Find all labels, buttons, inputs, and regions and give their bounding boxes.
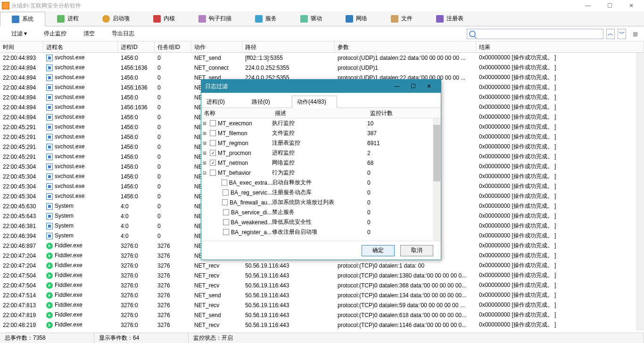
- table-row[interactable]: 22:00:44:893svchost.exe1456:00NET_send[f…: [0, 53, 644, 63]
- table-row[interactable]: 22:00:47:819Fiddler.exe3276:03276NET_sen…: [0, 310, 644, 320]
- checkbox[interactable]: [210, 140, 216, 146]
- dialog-scrollbar[interactable]: [433, 118, 441, 241]
- col-process[interactable]: 进程名: [43, 41, 118, 52]
- dialog-maximize-button[interactable]: ☐: [405, 81, 421, 91]
- dialog-tab[interactable]: 路径(0): [247, 96, 292, 107]
- status-total: 总事件数：7358: [0, 333, 94, 343]
- clear-button[interactable]: 清空: [76, 28, 102, 40]
- cell-param: protocol:(UDP)1 datalen:22 data:'00 00 0…: [335, 55, 476, 61]
- col-result[interactable]: 结果: [476, 41, 644, 52]
- dialog-titlebar[interactable]: 日志过滤 — ☐ ✕: [201, 80, 441, 93]
- cell-process: svchost.exe: [43, 123, 118, 131]
- cell-process: Fiddler.exe: [43, 311, 118, 318]
- checkbox[interactable]: [222, 199, 228, 205]
- tab-内核[interactable]: 内核: [141, 11, 187, 26]
- tab-驱动[interactable]: 驱动: [289, 11, 334, 26]
- checkbox[interactable]: [210, 170, 216, 176]
- dcol-desc[interactable]: 描述: [272, 108, 367, 118]
- table-row[interactable]: 22:00:58:251360se.exe2908:02908NET_send1…: [0, 330, 644, 331]
- tree-toggle-icon[interactable]: ⊞: [201, 150, 208, 156]
- filter-row[interactable]: ⊟MT_behavior行为监控0: [201, 168, 441, 178]
- tab-文件[interactable]: 文件: [379, 11, 424, 26]
- tab-网络[interactable]: 网络: [334, 11, 379, 26]
- filter-row[interactable]: ⊞MT_execmon执行监控10: [201, 118, 441, 128]
- tree-toggle-icon[interactable]: ⊞: [201, 120, 208, 127]
- filter-button[interactable]: 过滤 ▾: [4, 28, 34, 40]
- filter-row[interactable]: BA_reg_servic...注册服务动态库0: [201, 188, 441, 197]
- cancel-button[interactable]: 取消: [400, 245, 433, 256]
- checkbox[interactable]: [210, 120, 216, 126]
- tree-toggle-icon[interactable]: ⊞: [201, 160, 208, 166]
- cell-result: 0x00000000 [操作成功完成。 ]: [476, 74, 644, 82]
- col-task[interactable]: 任务组ID: [155, 41, 191, 52]
- cell-pid: 1456:0: [118, 74, 155, 81]
- checkbox[interactable]: [222, 180, 227, 186]
- dialog-minimize-button[interactable]: —: [389, 81, 405, 91]
- search-next-button[interactable]: ﹀: [618, 29, 626, 39]
- filter-row[interactable]: BA_service_di...禁止服务0: [201, 207, 441, 217]
- vertical-scrollbar[interactable]: [636, 53, 644, 331]
- tab-钩子扫描[interactable]: 钩子扫描: [187, 11, 243, 26]
- grid-view-button[interactable]: ▦: [630, 29, 640, 39]
- tab-label: 服务: [265, 15, 277, 23]
- table-row[interactable]: 22:00:47:504Fiddler.exe3276:03276NET_rec…: [0, 280, 644, 290]
- table-row[interactable]: 22:00:48:219Fiddler.exe3276:03276NET_rec…: [0, 320, 644, 330]
- cell-result: 0x00000000 [操作成功完成。 ]: [476, 242, 644, 250]
- cell-process: Fiddler.exe: [43, 262, 118, 269]
- dialog-close-button[interactable]: ✕: [421, 81, 437, 91]
- col-time[interactable]: 时间: [0, 41, 43, 52]
- dcol-name[interactable]: 名称: [201, 108, 272, 118]
- search-input[interactable]: [467, 29, 603, 39]
- cell-time: 22:00:45:304: [0, 193, 43, 200]
- table-row[interactable]: 22:00:47:204Fiddler.exe3276:03276NET_rec…: [0, 261, 644, 270]
- cell-pid: 3276:0: [118, 292, 155, 299]
- dialog-tab[interactable]: 进程(0): [201, 96, 247, 107]
- maximize-button[interactable]: ☐: [599, 0, 620, 11]
- tab-label: 网络: [356, 15, 367, 23]
- tab-系统[interactable]: 系统: [0, 12, 45, 26]
- filter-row[interactable]: ⊞✓MT_netmon网络监控68: [201, 158, 441, 168]
- checkbox[interactable]: ✓: [210, 160, 216, 166]
- export-log-button[interactable]: 导出日志: [104, 28, 142, 40]
- cell-task: 0: [155, 173, 191, 180]
- dcol-count[interactable]: 监控计数: [367, 108, 424, 118]
- col-action[interactable]: 动作: [191, 41, 242, 52]
- tab-进程[interactable]: 进程: [45, 11, 91, 26]
- checkbox[interactable]: [223, 219, 229, 225]
- filter-row[interactable]: BA_firewall_au...添加系统防火墙放过列表0: [201, 197, 441, 207]
- table-row[interactable]: 22:00:44:894svchost.exe1456:16360NET_con…: [0, 63, 644, 73]
- filter-row[interactable]: ⊞MT_filemon文件监控387: [201, 128, 441, 138]
- filter-row[interactable]: BA_register_a...修改注册自启动项0: [201, 227, 441, 237]
- tab-启动项[interactable]: 启动项: [91, 11, 141, 26]
- search-prev-button[interactable]: ︿: [606, 29, 615, 39]
- filter-row[interactable]: ⊞MT_regmon注册表监控6911: [201, 138, 441, 148]
- tree-toggle-icon[interactable]: ⊞: [201, 130, 208, 137]
- tree-toggle-icon[interactable]: ⊞: [201, 140, 208, 147]
- checkbox[interactable]: [210, 130, 216, 136]
- tab-服务[interactable]: 服务: [243, 11, 289, 26]
- col-pid[interactable]: 进程ID: [118, 41, 155, 52]
- table-row[interactable]: 22:00:47:504Fiddler.exe3276:03276NET_rec…: [0, 270, 644, 280]
- cell-process: svchost.exe: [43, 133, 118, 140]
- col-param[interactable]: 参数: [335, 41, 476, 52]
- minimize-button[interactable]: —: [577, 0, 599, 11]
- checkbox[interactable]: [223, 209, 229, 215]
- cell-time: 22:00:44:894: [0, 74, 43, 81]
- ok-button[interactable]: 确定: [362, 245, 395, 256]
- tab-注册表[interactable]: 注册表: [424, 11, 475, 26]
- table-row[interactable]: 22:00:47:514Fiddler.exe3276:03276NET_sen…: [0, 290, 644, 300]
- cell-process: svchost.exe: [43, 54, 118, 61]
- checkbox[interactable]: ✓: [210, 150, 216, 156]
- checkbox[interactable]: [223, 189, 229, 196]
- dialog-tab[interactable]: 动作(44/83): [292, 96, 337, 108]
- filter-row[interactable]: BA_weakened...降低系统安全性0: [201, 217, 441, 227]
- checkbox[interactable]: [223, 229, 229, 235]
- table-row[interactable]: 22:00:47:813Fiddler.exe3276:03276NET_rec…: [0, 300, 644, 310]
- filter-row[interactable]: BA_exec_extra...启动自释放文件0: [201, 178, 441, 188]
- close-button[interactable]: ✕: [620, 0, 642, 11]
- scrollbar-thumb[interactable]: [433, 125, 440, 181]
- stop-monitor-button[interactable]: 停止监控: [36, 28, 74, 40]
- filter-row[interactable]: ⊞✓MT_procmon进程监控2: [201, 148, 441, 158]
- col-path[interactable]: 路径: [242, 41, 335, 52]
- tree-toggle-icon[interactable]: ⊟: [201, 170, 208, 176]
